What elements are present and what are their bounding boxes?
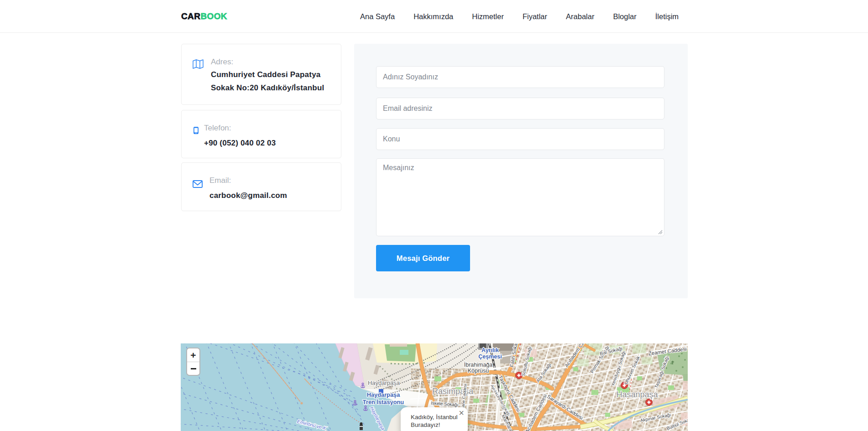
svg-text:Tren İstasyonu: Tren İstasyonu xyxy=(363,399,404,405)
svg-text:Rasimpaşa: Rasimpaşa xyxy=(432,387,474,396)
svg-text:Haydarpaşa: Haydarpaşa xyxy=(367,391,400,398)
svg-text:Hasanpaşa: Hasanpaşa xyxy=(616,390,658,399)
svg-text:Köprüsü: Köprüsü xyxy=(468,368,489,374)
svg-text:Haydarpaşa: Haydarpaşa xyxy=(368,379,400,386)
svg-text:Ayrılık: Ayrılık xyxy=(481,347,499,353)
svg-text:İbrahimağa: İbrahimağa xyxy=(464,362,493,368)
svg-text:Çeşmesi: Çeşmesi xyxy=(478,353,502,360)
